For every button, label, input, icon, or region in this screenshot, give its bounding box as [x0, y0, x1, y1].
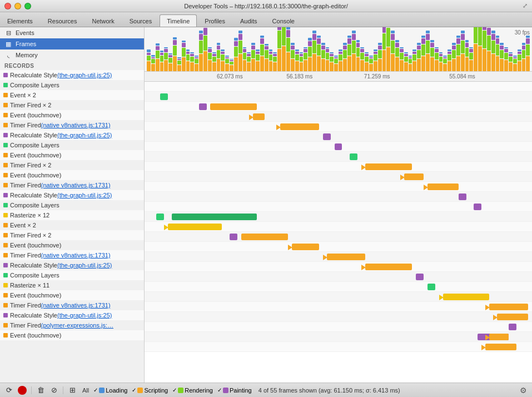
record-toggle[interactable] [17, 385, 28, 396]
overview-bar [317, 36, 321, 71]
fps-label: 30 fps [515, 29, 530, 36]
timeline-bar [168, 224, 222, 230]
record-label: Event (touchmove) [10, 172, 61, 178]
overview-bar [400, 47, 404, 71]
overview-bar [491, 31, 495, 71]
timeline-row [145, 292, 532, 302]
corner-button[interactable]: ⤢ [523, 2, 528, 9]
settings-button[interactable]: ⚙ [518, 385, 529, 396]
record-row: Timer Fired (native v8natives.js:1731) [0, 300, 144, 310]
timeline-bar [365, 264, 412, 270]
record-label: Timer Fired [10, 302, 41, 309]
record-link[interactable]: (native v8natives.js:1731) [41, 252, 111, 259]
overview-bar [168, 53, 172, 71]
close-button[interactable] [4, 3, 11, 9]
overview-bar [439, 52, 443, 71]
record-color-dot [3, 223, 8, 227]
record-link[interactable]: (the-graph-util.js:25) [57, 72, 112, 78]
stop-button[interactable]: ⊘ [48, 385, 59, 396]
minimize-button[interactable] [14, 3, 21, 9]
timeline-bar [497, 314, 528, 320]
overview-bar [360, 47, 364, 71]
overview-bar [164, 47, 168, 71]
overview-bar [347, 36, 351, 71]
overview-bar [435, 47, 439, 71]
tab-sources[interactable]: Sources [122, 14, 159, 27]
overview-bar [238, 31, 242, 71]
record-link[interactable]: (the-graph-util.js:25) [57, 132, 112, 138]
cb-painting[interactable]: ✓ Painting [217, 387, 252, 394]
overview-bar [199, 31, 203, 71]
overview-bar [504, 47, 508, 71]
record-link[interactable]: (polymer-expressions.js:… [41, 322, 113, 329]
timeline-row [145, 252, 532, 262]
painting-color [223, 388, 228, 393]
overview-bars [145, 27, 532, 71]
overview-bar [369, 56, 373, 71]
bottom-bar: ⟳ 🗑 ⊘ ⊞ All ✓ Loading ✓ Scripting ✓ Rend… [0, 383, 532, 397]
maximize-button[interactable] [24, 3, 31, 9]
overview-bar [443, 56, 447, 71]
record-color-dot [3, 243, 8, 247]
record-link[interactable]: (the-graph-util.js:25) [57, 262, 112, 269]
record-row: Timer Fired × 2 [0, 100, 144, 110]
overview-bar [417, 43, 421, 71]
cb-rendering[interactable]: ✓ Rendering [172, 387, 213, 394]
cb-loading[interactable]: ✓ Loading [93, 387, 127, 394]
cb-scripting[interactable]: ✓ Scripting [132, 387, 168, 394]
record-row: Event (touchmove) [0, 170, 144, 180]
timeline-bar [489, 304, 528, 310]
overview-bar [469, 47, 473, 71]
record-color-dot [3, 193, 8, 197]
tl-marker-0: 62.073 ms [217, 73, 243, 80]
timeline-row [145, 142, 532, 152]
tab-network[interactable]: Network [84, 14, 121, 27]
record-label: Rasterize × 11 [10, 282, 49, 289]
trash-button[interactable]: 🗑 [35, 385, 46, 396]
timeline-bar [427, 183, 459, 190]
sidebar-item-frames[interactable]: ▦ Frames [0, 38, 144, 49]
sidebar-item-events[interactable]: ⊟ Events [0, 27, 144, 38]
record-row: Timer Fired (polymer-expressions.js:… [0, 320, 144, 330]
timeline-bar [489, 334, 509, 340]
tab-audits[interactable]: Audits [233, 14, 265, 27]
tab-console[interactable]: Console [265, 14, 302, 27]
overview-bar [330, 52, 334, 71]
timeline-bar [199, 103, 207, 110]
overview-bar [203, 27, 207, 71]
record-link[interactable]: (native v8natives.js:1731) [41, 122, 111, 128]
record-label: Recalculate Style [10, 72, 57, 78]
tab-timeline[interactable]: Timeline [160, 14, 197, 27]
overview-bar [409, 56, 412, 71]
record-color-dot [3, 213, 8, 217]
record-link[interactable]: (native v8natives.js:1731) [41, 182, 111, 188]
record-link[interactable]: (the-graph-util.js:25) [57, 192, 112, 198]
scripting-color [137, 388, 143, 393]
overview-bar [391, 31, 395, 71]
overview-bar [291, 43, 295, 71]
record-row: Event (touchmove) [0, 110, 144, 120]
record-row: Rasterize × 11 [0, 280, 144, 290]
overview-bar [182, 41, 186, 71]
overview-bar [160, 51, 164, 71]
record-link[interactable]: (the-graph-util.js:25) [57, 312, 112, 319]
timeline-row [145, 162, 532, 172]
clear-button[interactable]: ⟳ [3, 385, 14, 396]
record-row: Composite Layers [0, 140, 144, 150]
overview-bar [339, 49, 342, 71]
timeline-row [145, 342, 532, 352]
cb-rendering-label: Rendering [185, 387, 213, 394]
tab-resources[interactable]: Resources [41, 14, 84, 27]
timeline-row [145, 262, 532, 272]
sidebar-item-memory[interactable]: ◟ Memory [0, 49, 144, 61]
overview-bar [312, 31, 316, 71]
all-label: All [82, 387, 89, 394]
tab-profiles[interactable]: Profiles [197, 14, 232, 27]
overview-bar [374, 49, 377, 71]
record-row: Composite Layers [0, 80, 144, 90]
tab-elements[interactable]: Elements [0, 14, 40, 27]
record-link[interactable]: (native v8natives.js:1731) [41, 302, 111, 309]
record-row: Timer Fired × 2 [0, 160, 144, 170]
layout-button[interactable]: ⊞ [67, 385, 78, 396]
memory-icon: ◟ [4, 51, 12, 59]
